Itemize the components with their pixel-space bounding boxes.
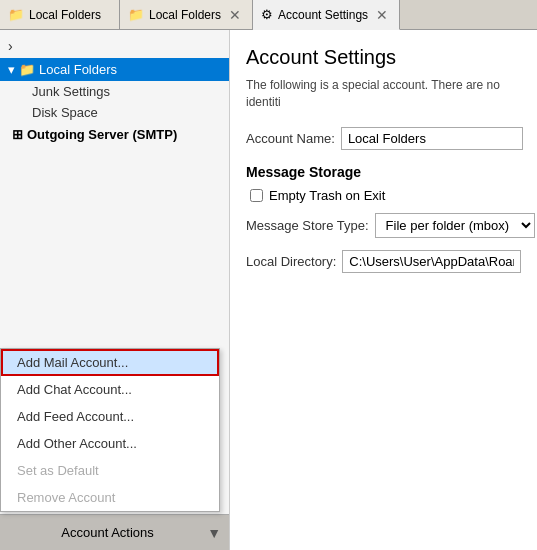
- tab-local-folders-1[interactable]: 📁 Local Folders: [0, 0, 120, 29]
- account-name-row: Account Name:: [246, 127, 521, 150]
- folder-icon-2: 📁: [128, 7, 144, 22]
- dropdown-menu: Add Mail Account...Add Chat Account...Ad…: [0, 348, 220, 512]
- disk-space-label: Disk Space: [32, 105, 98, 120]
- local-directory-row: Local Directory:: [246, 250, 521, 273]
- account-actions-bar[interactable]: Account Actions ▼: [0, 514, 229, 550]
- tree-child-junk[interactable]: Junk Settings: [0, 81, 229, 102]
- menu-item[interactable]: Add Other Account...: [1, 430, 219, 457]
- menu-item: Remove Account: [1, 484, 219, 511]
- junk-settings-label: Junk Settings: [32, 84, 110, 99]
- settings-icon-tab: ⚙: [261, 7, 273, 22]
- account-name-label: Account Name:: [246, 131, 335, 146]
- empty-trash-row: Empty Trash on Exit: [246, 188, 521, 203]
- outgoing-icon: ⊞: [12, 127, 23, 142]
- message-store-type-select[interactable]: File per folder (mbox): [375, 213, 535, 238]
- message-store-type-row: Message Store Type: File per folder (mbo…: [246, 213, 521, 238]
- main-area: › ▾ 📁 Local Folders Junk Settings Disk S…: [0, 30, 537, 550]
- tree-expand-btn[interactable]: ›: [0, 34, 229, 58]
- collapse-icon: ▾: [8, 62, 15, 77]
- account-actions-label: Account Actions: [8, 525, 207, 540]
- dropdown-arrow-icon: ▼: [207, 525, 221, 541]
- message-store-type-label: Message Store Type:: [246, 218, 369, 233]
- empty-trash-label: Empty Trash on Exit: [269, 188, 385, 203]
- menu-item: Set as Default: [1, 457, 219, 484]
- tab-close-2[interactable]: ✕: [226, 6, 244, 24]
- right-panel: Account Settings The following is a spec…: [230, 30, 537, 550]
- folder-icon: 📁: [19, 62, 35, 77]
- settings-subtitle: The following is a special account. Ther…: [246, 77, 521, 111]
- message-storage-title: Message Storage: [246, 164, 521, 180]
- tree-outgoing-server[interactable]: ⊞ Outgoing Server (SMTP): [0, 123, 229, 146]
- tab-account-settings[interactable]: ⚙ Account Settings ✕: [253, 0, 400, 30]
- empty-trash-checkbox[interactable]: [250, 189, 263, 202]
- tree-child-disk[interactable]: Disk Space: [0, 102, 229, 123]
- local-directory-input[interactable]: [342, 250, 521, 273]
- tab-close-3[interactable]: ✕: [373, 6, 391, 24]
- folder-icon-1: 📁: [8, 7, 24, 22]
- tab-label-2: Local Folders: [149, 8, 221, 22]
- settings-title: Account Settings: [246, 46, 521, 69]
- tree-item-local-folders[interactable]: ▾ 📁 Local Folders: [0, 58, 229, 81]
- tab-local-folders-2[interactable]: 📁 Local Folders ✕: [120, 0, 253, 29]
- local-folders-label: Local Folders: [39, 62, 117, 77]
- menu-item[interactable]: Add Chat Account...: [1, 376, 219, 403]
- menu-item[interactable]: Add Feed Account...: [1, 403, 219, 430]
- menu-item[interactable]: Add Mail Account...: [1, 349, 219, 376]
- account-name-input[interactable]: [341, 127, 523, 150]
- left-panel: › ▾ 📁 Local Folders Junk Settings Disk S…: [0, 30, 230, 550]
- tab-label-3: Account Settings: [278, 8, 368, 22]
- local-directory-label: Local Directory:: [246, 254, 336, 269]
- tab-bar: 📁 Local Folders 📁 Local Folders ✕ ⚙ Acco…: [0, 0, 537, 30]
- outgoing-label: Outgoing Server (SMTP): [27, 127, 177, 142]
- tab-label-1: Local Folders: [29, 8, 101, 22]
